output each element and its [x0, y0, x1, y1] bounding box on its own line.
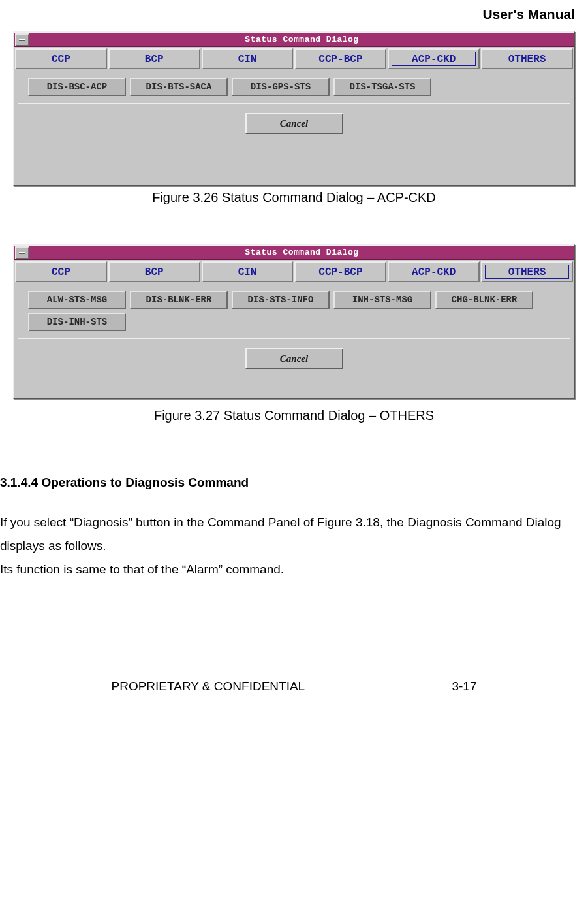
alw-sts-msg-button[interactable]: ALW-STS-MSG [28, 291, 126, 309]
inh-sts-msg-button[interactable]: INH-STS-MSG [333, 291, 431, 309]
separator [18, 338, 570, 339]
status-command-dialog-1: Status Command Dialog CCP BCP CIN CCP-BC… [13, 31, 575, 186]
page-header: User's Manual [13, 0, 575, 31]
footer-right: 3-17 [452, 679, 476, 694]
command-buttons: ALW-STS-MSG DIS-BLNK-ERR DIS-STS-INFO IN… [14, 282, 574, 336]
dis-tsga-sts-button[interactable]: DIS-TSGA-STS [333, 78, 431, 96]
dash-icon [19, 39, 25, 41]
separator [18, 103, 570, 104]
system-menu-icon[interactable] [15, 246, 29, 259]
dialog-title: Status Command Dialog [30, 246, 574, 259]
page-footer: PROPRIETARY & CONFIDENTIAL 3-17 [112, 679, 477, 707]
tab-ccp[interactable]: CCP [15, 261, 107, 282]
dis-gps-sts-button[interactable]: DIS-GPS-STS [232, 78, 330, 96]
tab-acp-ckd[interactable]: ACP-CKD [388, 48, 480, 69]
dash-icon [19, 252, 25, 254]
titlebar: Status Command Dialog [14, 246, 574, 260]
tab-others[interactable]: OTHERS [481, 261, 573, 282]
cancel-area: Cancel [14, 106, 574, 139]
tab-ccp-bcp[interactable]: CCP-BCP [294, 48, 386, 69]
cancel-area: Cancel [14, 342, 574, 374]
tab-others[interactable]: OTHERS [481, 48, 573, 69]
figure-caption-3-27: Figure 3.27 Status Command Dialog – OTHE… [13, 408, 575, 423]
dis-bts-saca-button[interactable]: DIS-BTS-SACA [130, 78, 228, 96]
figure-caption-3-26: Figure 3.26 Status Command Dialog – ACP-… [13, 190, 575, 205]
tab-ccp-bcp[interactable]: CCP-BCP [294, 261, 386, 282]
cancel-button[interactable]: Cancel [245, 113, 343, 134]
tab-ccp[interactable]: CCP [15, 48, 107, 69]
command-buttons: DIS-BSC-ACP DIS-BTS-SACA DIS-GPS-STS DIS… [14, 69, 574, 101]
tab-bcp[interactable]: BCP [108, 261, 200, 282]
tab-cin[interactable]: CIN [202, 261, 294, 282]
dis-blnk-err-button[interactable]: DIS-BLNK-ERR [130, 291, 228, 309]
tab-cin[interactable]: CIN [202, 48, 294, 69]
dis-bsc-acp-button[interactable]: DIS-BSC-ACP [28, 78, 126, 96]
dis-inh-sts-button[interactable]: DIS-INH-STS [28, 313, 126, 331]
tab-acp-ckd[interactable]: ACP-CKD [388, 261, 480, 282]
tab-row: CCP BCP CIN CCP-BCP ACP-CKD OTHERS [14, 47, 574, 69]
section-heading: 3.1.4.4 Operations to Diagnosis Command [0, 476, 575, 490]
status-command-dialog-2: Status Command Dialog CCP BCP CIN CCP-BC… [13, 244, 575, 399]
dialog-title: Status Command Dialog [30, 33, 574, 46]
dialog-padding [14, 374, 574, 398]
body-paragraph-2: Its function is same to that of the “Ala… [0, 558, 575, 581]
system-menu-icon[interactable] [15, 33, 29, 46]
cancel-button[interactable]: Cancel [245, 348, 343, 369]
dialog-padding [14, 139, 574, 185]
dis-sts-info-button[interactable]: DIS-STS-INFO [232, 291, 330, 309]
titlebar: Status Command Dialog [14, 33, 574, 47]
footer-left: PROPRIETARY & CONFIDENTIAL [112, 679, 305, 694]
chg-blnk-err-button[interactable]: CHG-BLNK-ERR [435, 291, 533, 309]
tab-bcp[interactable]: BCP [108, 48, 200, 69]
tab-row: CCP BCP CIN CCP-BCP ACP-CKD OTHERS [14, 260, 574, 282]
body-paragraph-1: If you select “Diagnosis” button in the … [0, 511, 575, 558]
